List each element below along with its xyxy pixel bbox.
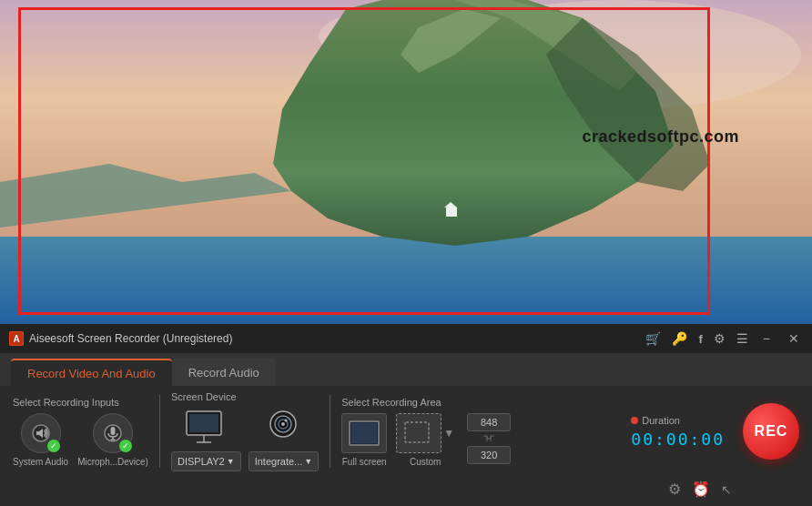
title-bar: A Aiseesoft Screen Recorder (Unregistere… [0, 324, 812, 353]
chevron-down-icon-2: ▼ [304, 457, 312, 466]
facebook-icon[interactable]: f [698, 332, 702, 346]
recording-inputs-section: Select Recording Inputs ✓ Syst [13, 397, 148, 467]
bottom-toolbar: ⚙ ⏰ ↖ [0, 477, 812, 501]
svg-rect-22 [189, 414, 218, 432]
system-audio-check: ✓ [47, 440, 60, 452]
width-input[interactable] [467, 413, 511, 431]
app-icon: A [9, 331, 24, 346]
chevron-down-icon: ▼ [227, 457, 235, 466]
alarm-icon[interactable]: ⏰ [692, 481, 710, 498]
screen-device-section: Screen Device DISPLAY2 ▼ [171, 391, 319, 471]
camera-select[interactable]: Integrate... ▼ [249, 451, 320, 471]
recording-area-section: Select Recording Area Full screen [341, 397, 511, 467]
area-options: Full screen ▼ Custom [341, 413, 511, 467]
device-icons: DISPLAY2 ▼ [171, 408, 319, 471]
fullscreen-label: Full screen [342, 457, 387, 467]
gear-icon[interactable]: ⚙ [668, 481, 681, 498]
divider-2 [330, 395, 330, 468]
microphone-label: Microph...Device) [77, 457, 148, 467]
monitor-icon [183, 408, 228, 448]
tab-video-audio[interactable]: Record Video And Audio [11, 359, 172, 386]
control-panel: A Aiseesoft Screen Recorder (Unregistere… [0, 324, 812, 506]
tab-audio[interactable]: Record Audio [172, 359, 276, 386]
watermark: crackedsoftpc.com [582, 127, 739, 147]
chevron-down-icon-3[interactable]: ▼ [443, 427, 454, 440]
cart-icon[interactable]: 🛒 [645, 331, 661, 346]
display-select[interactable]: DISPLAY2 ▼ [171, 451, 241, 471]
minimize-button[interactable]: − [759, 329, 774, 348]
duration-section: Duration 00:00:00 [631, 415, 725, 449]
close-button[interactable]: ✕ [785, 329, 803, 348]
rec-button[interactable]: REC [743, 403, 799, 460]
svg-point-27 [285, 420, 288, 422]
dimensions [467, 413, 511, 464]
screen-device-label: Screen Device [171, 391, 319, 402]
svg-rect-3 [0, 237, 812, 328]
tabs-bar: Record Video And Audio Record Audio [0, 353, 812, 386]
system-audio-label: System Audio [13, 457, 68, 467]
svg-rect-8 [446, 207, 457, 217]
cursor-icon[interactable]: ↖ [721, 482, 732, 497]
custom-area-wrap: ▼ Custom [396, 413, 454, 467]
recording-area-label: Select Recording Area [341, 397, 511, 408]
rec-label: REC [755, 423, 788, 440]
svg-rect-30 [405, 422, 429, 442]
microphone-button[interactable]: ✓ [93, 413, 133, 453]
system-audio-wrap: ✓ System Audio [13, 413, 68, 467]
divider-1 [159, 395, 160, 468]
duration-dot [631, 417, 638, 424]
monitor-wrap: DISPLAY2 ▼ [171, 408, 241, 471]
custom-label: Custom [410, 457, 441, 467]
custom-area-button[interactable] [396, 413, 442, 453]
duration-rec-group: Duration 00:00:00 REC [622, 403, 799, 460]
title-bar-left: A Aiseesoft Screen Recorder (Unregistere… [9, 331, 232, 346]
system-audio-button[interactable]: ✓ [21, 413, 61, 453]
duration-label: Duration [642, 415, 680, 426]
height-input[interactable] [467, 446, 511, 464]
duration-label-row: Duration [631, 415, 680, 426]
recording-inputs-label: Select Recording Inputs [13, 397, 148, 408]
svg-rect-16 [111, 427, 116, 435]
key-icon[interactable]: 🔑 [672, 331, 687, 346]
svg-text:A: A [13, 334, 19, 344]
microphone-wrap: ✓ Microph...Device) [77, 413, 148, 467]
settings-alt-icon[interactable]: ⚙ [714, 331, 726, 346]
camera-wrap: Integrate... ▼ [249, 408, 320, 471]
title-bar-right: 🛒 🔑 f ⚙ ☰ − ✕ [645, 329, 803, 348]
app-title: Aiseesoft Screen Recorder (Unregistered) [29, 332, 232, 345]
svg-point-26 [281, 422, 285, 426]
list-icon[interactable]: ☰ [736, 331, 748, 346]
microphone-check: ✓ [119, 440, 132, 452]
svg-rect-29 [351, 423, 377, 443]
controls-row: Select Recording Inputs ✓ Syst [0, 386, 812, 477]
fullscreen-button[interactable] [341, 413, 387, 453]
input-icons: ✓ System Audio [13, 413, 148, 467]
camera-icon [260, 408, 306, 448]
duration-time: 00:00:00 [631, 430, 725, 449]
fullscreen-wrap: Full screen [341, 413, 387, 467]
